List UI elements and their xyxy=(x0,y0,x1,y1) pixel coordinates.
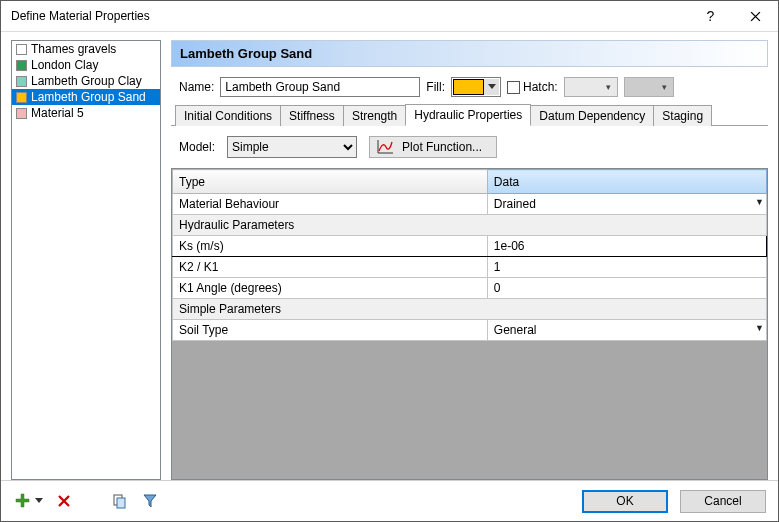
property-row[interactable]: K2 / K11 xyxy=(173,257,767,278)
cancel-button[interactable]: Cancel xyxy=(680,490,766,513)
help-button[interactable]: ? xyxy=(688,1,733,31)
filter-button[interactable] xyxy=(141,492,159,510)
property-name: Soil Type xyxy=(173,320,488,341)
tab-bar: Initial ConditionsStiffnessStrengthHydra… xyxy=(171,103,768,126)
sidebar-item-label: Lambeth Group Clay xyxy=(31,74,142,88)
sidebar-item[interactable]: Lambeth Group Sand xyxy=(12,89,160,105)
chevron-down-icon xyxy=(484,79,499,95)
fill-chip xyxy=(453,79,484,95)
name-label: Name: xyxy=(179,80,214,94)
copy-icon xyxy=(112,493,128,509)
plus-icon xyxy=(14,493,30,509)
group-row: Hydraulic Parameters xyxy=(173,215,767,236)
col-type[interactable]: Type xyxy=(173,170,488,194)
group-label: Simple Parameters xyxy=(173,299,767,320)
sidebar-item-label: Thames gravels xyxy=(31,42,116,56)
ok-button[interactable]: OK xyxy=(582,490,668,513)
tab[interactable]: Initial Conditions xyxy=(175,105,281,126)
funnel-icon xyxy=(143,494,157,508)
hatch-pattern-combo[interactable]: ▾ xyxy=(564,77,618,97)
plot-function-button[interactable]: Plot Function... xyxy=(369,136,497,158)
property-name: Ks (m/s) xyxy=(173,236,488,257)
panel-title: Lambeth Group Sand xyxy=(171,40,768,67)
model-select[interactable]: Simple xyxy=(227,136,357,158)
grid-empty-area xyxy=(172,341,767,479)
chevron-down-icon: ▼ xyxy=(755,197,764,207)
tab[interactable]: Staging xyxy=(653,105,712,126)
property-value[interactable]: 0 xyxy=(487,278,766,299)
property-name: K1 Angle (degrees) xyxy=(173,278,488,299)
material-swatch xyxy=(16,92,27,103)
fill-color-picker[interactable] xyxy=(451,77,501,97)
add-button[interactable] xyxy=(13,492,31,510)
property-value[interactable]: 1e-06 xyxy=(487,236,766,257)
sidebar-item[interactable]: Lambeth Group Clay xyxy=(12,73,160,89)
property-row[interactable]: Soil TypeGeneral▼ xyxy=(173,320,767,341)
property-name: Material Behaviour xyxy=(173,194,488,215)
material-swatch xyxy=(16,108,27,119)
tab[interactable]: Stiffness xyxy=(280,105,344,126)
delete-button[interactable] xyxy=(55,492,73,510)
close-icon xyxy=(750,11,761,22)
main-panel: Lambeth Group Sand Name: Fill: Hatch: xyxy=(171,40,768,480)
property-name: K2 / K1 xyxy=(173,257,488,278)
copy-button[interactable] xyxy=(111,492,129,510)
sidebar-item[interactable]: Thames gravels xyxy=(12,41,160,57)
sidebar-item-label: Lambeth Group Sand xyxy=(31,90,146,104)
material-swatch xyxy=(16,76,27,87)
chevron-down-icon: ▾ xyxy=(601,82,617,92)
close-button[interactable] xyxy=(733,1,778,31)
property-value[interactable]: Drained▼ xyxy=(487,194,766,215)
svg-rect-1 xyxy=(117,498,125,508)
hatch-checkbox[interactable] xyxy=(507,81,520,94)
name-input[interactable] xyxy=(220,77,420,97)
grid-header-row: Type Data xyxy=(173,170,767,194)
chevron-down-icon: ▾ xyxy=(657,82,673,92)
property-grid: Type Data Material BehaviourDrained▼Hydr… xyxy=(171,168,768,480)
chevron-down-icon[interactable] xyxy=(35,498,43,504)
window-title: Define Material Properties xyxy=(1,9,688,23)
material-swatch xyxy=(16,60,27,71)
group-row: Simple Parameters xyxy=(173,299,767,320)
sidebar-item[interactable]: London Clay xyxy=(12,57,160,73)
sidebar-item-label: Material 5 xyxy=(31,106,84,120)
col-data[interactable]: Data xyxy=(487,170,766,194)
material-list[interactable]: Thames gravelsLondon ClayLambeth Group C… xyxy=(11,40,161,480)
dialog-window: Define Material Properties ? Thames grav… xyxy=(0,0,779,522)
plot-function-label: Plot Function... xyxy=(402,140,482,154)
chevron-down-icon: ▼ xyxy=(755,323,764,333)
tab[interactable]: Hydraulic Properties xyxy=(405,104,531,126)
property-row[interactable]: Ks (m/s)1e-06 xyxy=(173,236,767,257)
property-row[interactable]: Material BehaviourDrained▼ xyxy=(173,194,767,215)
property-value[interactable]: General▼ xyxy=(487,320,766,341)
model-label: Model: xyxy=(179,140,215,154)
x-icon xyxy=(57,494,71,508)
tab[interactable]: Datum Dependency xyxy=(530,105,654,126)
sidebar-item[interactable]: Material 5 xyxy=(12,105,160,121)
tab[interactable]: Strength xyxy=(343,105,406,126)
dialog-footer: OK Cancel xyxy=(1,480,778,521)
property-row[interactable]: K1 Angle (degrees)0 xyxy=(173,278,767,299)
titlebar: Define Material Properties ? xyxy=(1,1,778,32)
sidebar-item-label: London Clay xyxy=(31,58,98,72)
material-swatch xyxy=(16,44,27,55)
group-label: Hydraulic Parameters xyxy=(173,215,767,236)
fill-label: Fill: xyxy=(426,80,445,94)
hatch-color-combo[interactable]: ▾ xyxy=(624,77,674,97)
plot-icon xyxy=(376,139,394,155)
hatch-label: Hatch: xyxy=(523,80,558,94)
property-value[interactable]: 1 xyxy=(487,257,766,278)
